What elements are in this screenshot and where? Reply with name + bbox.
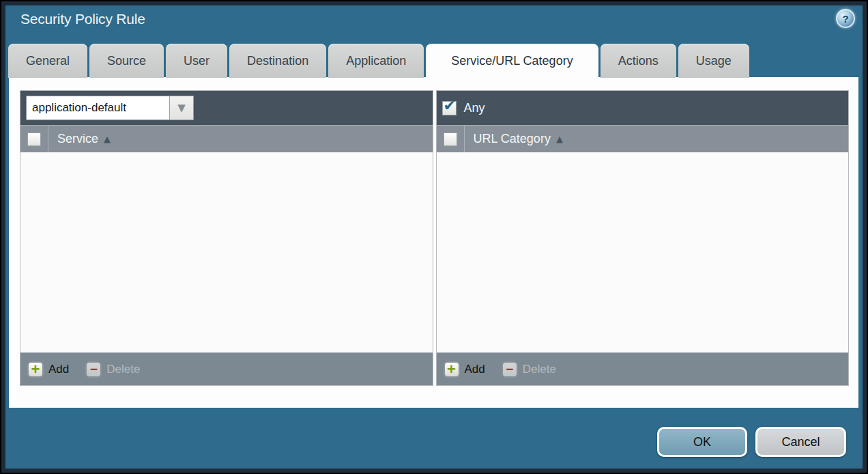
service-delete-button[interactable]: − Delete — [85, 361, 140, 378]
ok-button[interactable]: OK — [657, 427, 747, 457]
tab-bar: General Source User Destination Applicat… — [8, 44, 749, 78]
service-select-all-cell — [20, 126, 48, 152]
service-type-input[interactable] — [26, 96, 169, 120]
delete-icon: − — [85, 361, 102, 378]
add-icon: + — [444, 361, 460, 378]
tab-actions[interactable]: Actions — [601, 44, 676, 78]
service-add-button[interactable]: + Add — [27, 361, 69, 378]
url-category-panel-toolbar: + Add − Delete — [437, 352, 849, 385]
url-category-delete-label: Delete — [523, 363, 556, 376]
cancel-button[interactable]: Cancel — [755, 427, 846, 457]
security-policy-rule-dialog: Security Policy Rule ? General Source Us… — [1, 1, 867, 473]
url-category-column-header-row: URL Category ▲ — [437, 125, 849, 152]
url-category-select-all-checkbox[interactable] — [444, 133, 457, 146]
help-icon[interactable]: ? — [836, 9, 855, 28]
service-panel-toolbar: + Add − Delete — [20, 352, 433, 385]
service-column-header[interactable]: Service — [57, 132, 98, 146]
add-icon: + — [27, 361, 44, 378]
url-category-any-checkbox[interactable] — [442, 101, 457, 115]
service-panel-header: ▼ — [20, 91, 433, 125]
tab-destination[interactable]: Destination — [229, 44, 326, 78]
dialog-title: Security Policy Rule — [20, 11, 145, 27]
service-panel: ▼ Service ▲ + Add − Delete — [20, 90, 433, 386]
url-category-add-button[interactable]: + Add — [444, 361, 485, 378]
service-column-header-row: Service ▲ — [20, 125, 433, 152]
sort-ascending-icon[interactable]: ▲ — [104, 134, 111, 144]
tab-user[interactable]: User — [166, 44, 227, 78]
url-category-delete-button[interactable]: − Delete — [502, 361, 556, 378]
sort-ascending-icon[interactable]: ▲ — [556, 134, 563, 144]
service-type-dropdown: ▼ — [26, 96, 194, 120]
tab-source[interactable]: Source — [89, 44, 164, 78]
service-delete-label: Delete — [106, 363, 140, 376]
url-category-panel: Any URL Category ▲ + Add − Delete — [436, 90, 850, 386]
delete-icon: − — [502, 361, 518, 378]
url-category-panel-header: Any — [437, 91, 849, 125]
tab-application[interactable]: Application — [328, 44, 424, 78]
tab-service-url-category[interactable]: Service/URL Category — [426, 44, 598, 78]
url-category-any-label: Any — [464, 101, 485, 115]
service-add-label: Add — [48, 363, 69, 376]
chevron-down-icon: ▼ — [177, 103, 186, 113]
tab-usage[interactable]: Usage — [678, 44, 749, 78]
service-type-dropdown-button[interactable]: ▼ — [169, 96, 194, 120]
url-category-select-all-cell — [437, 126, 465, 152]
service-list-empty[interactable] — [20, 152, 433, 352]
url-category-list-empty[interactable] — [437, 152, 849, 352]
tab-general[interactable]: General — [8, 44, 87, 78]
url-category-column-header[interactable]: URL Category — [474, 132, 551, 146]
url-category-add-label: Add — [465, 363, 485, 376]
service-select-all-checkbox[interactable] — [27, 133, 41, 146]
tab-content-service-url-category: ▼ Service ▲ + Add − Delete — [9, 77, 858, 408]
